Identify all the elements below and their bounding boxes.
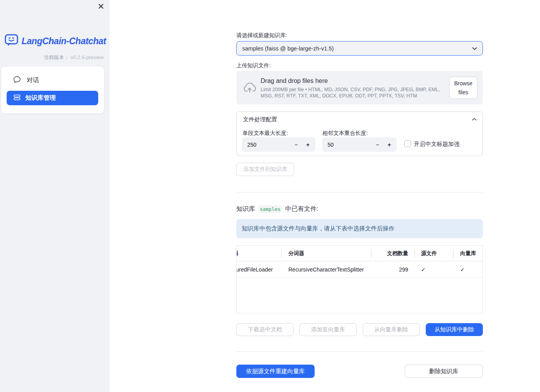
delete-from-kb-button[interactable]: 从知识库中删除	[426, 323, 483, 336]
upload-label: 上传知识文件:	[236, 62, 271, 69]
table-action-buttons: 下载选中文档 添加至向量库 从向量库删除 从知识库中删除	[236, 323, 483, 336]
download-selected-button[interactable]: 下载选中文档	[236, 323, 293, 336]
sidebar-item-dialogue[interactable]: 对话	[13, 74, 39, 87]
overlap-size-label: 相邻文本重合长度:	[322, 130, 368, 137]
browse-files-button[interactable]: Browse files	[449, 77, 477, 99]
table-header-row: 器 分词器 文档数量 源文件 向量库	[237, 246, 482, 261]
overlap-size-value: 50	[328, 142, 334, 148]
expander-header[interactable]: 文件处理配置	[237, 112, 482, 127]
kb-select-label: 请选择或新建知识库:	[236, 32, 287, 39]
file-dropzone[interactable]: Drag and drop files here Limit 200MB per…	[236, 71, 483, 104]
chunk-size-value: 250	[247, 142, 256, 148]
sidebar: LangChain-Chatchat 当前版本： v0.2.6-preview …	[0, 0, 110, 392]
overlap-size-decrement-button[interactable]: −	[372, 137, 383, 152]
sidebar-item-label: 知识库管理	[25, 94, 56, 102]
info-banner-text: 知识库中包含源文件与向量库，请从下表中选择文件后操作	[242, 225, 394, 232]
kb-selectbox-value: samples (faiss @ bge-large-zh-v1.5)	[242, 45, 334, 52]
add-to-vector-store-button[interactable]: 添加至向量库	[299, 323, 356, 336]
overlap-size-increment-button[interactable]: +	[383, 137, 395, 152]
zh-title-enhance-label: 开启中文标题加强	[414, 140, 459, 148]
delete-from-vector-store-button[interactable]: 从向量库删除	[363, 323, 420, 336]
sidebar-menu: 对话 知识库管理	[1, 67, 104, 113]
table-row[interactable]: uredFileLoader RecursiveCharacterTextSpl…	[237, 261, 482, 278]
existing-suffix: 中已有文件:	[285, 205, 318, 213]
dropzone-limit-text: Limit 200MB per file • HTML, MD, JSON, C…	[261, 86, 446, 99]
chunk-size-input[interactable]: 250 − +	[242, 137, 315, 152]
existing-prefix: 知识库	[236, 205, 255, 213]
sidebar-item-label: 对话	[27, 76, 39, 85]
zh-title-enhance-checkbox[interactable]	[404, 140, 411, 147]
chat-logo-icon	[5, 34, 18, 48]
cloud-upload-icon	[242, 82, 257, 95]
info-banner: 知识库中包含源文件与向量库，请从下表中选择文件后操作	[236, 219, 483, 238]
cell-source-file-check: ✓	[414, 266, 453, 273]
main-content: 请选择或新建知识库: samples (faiss @ bge-large-zh…	[236, 0, 483, 392]
chat-bubble-icon	[13, 76, 21, 85]
divider	[236, 351, 483, 352]
expander-title: 文件处理配置	[243, 116, 277, 123]
table-header-source-file: 源文件	[414, 250, 453, 257]
sidebar-item-knowledge-base[interactable]: 知识库管理	[7, 91, 98, 105]
dropzone-title: Drag and drop files here	[261, 77, 446, 85]
table-header-vector-store: 向量库	[453, 250, 482, 257]
version-label: 当前版本：	[44, 54, 69, 60]
dropzone-texts: Drag and drop files here Limit 200MB per…	[261, 77, 446, 99]
close-icon	[98, 3, 104, 11]
files-table: 器 分词器 文档数量 源文件 向量库 uredFileLoader Recurs…	[236, 245, 483, 313]
add-files-to-kb-button[interactable]: 添加文件到知识库	[236, 163, 294, 176]
overlap-size-input[interactable]: 50 − +	[322, 137, 397, 152]
rebuild-vector-store-button[interactable]: 依据源文件重建向量库	[236, 365, 315, 378]
table-header-splitter: 分词器	[281, 250, 371, 257]
chevron-up-icon	[471, 116, 478, 124]
version-text: 当前版本： v0.2.6-preview	[44, 54, 104, 61]
cell-vector-store-check: ✓	[453, 266, 482, 273]
divider	[236, 192, 483, 192]
sidebar-close-button[interactable]	[95, 1, 107, 13]
cell-splitter: RecursiveCharacterTextSplitter	[281, 266, 371, 273]
chunk-size-label: 单段文本最大长度:	[243, 130, 288, 137]
chunk-size-decrement-button[interactable]: −	[290, 137, 302, 152]
cell-loader: uredFileLoader	[237, 266, 281, 273]
cell-doc-count: 299	[371, 266, 414, 273]
app-title: LangChain-Chatchat	[22, 36, 106, 47]
kb-selectbox[interactable]: samples (faiss @ bge-large-zh-v1.5)	[236, 41, 483, 56]
chunk-size-increment-button[interactable]: +	[302, 137, 314, 152]
existing-files-heading: 知识库 samples 中已有文件:	[236, 205, 318, 213]
table-header-loader: 器	[237, 250, 281, 257]
file-config-expander: 文件处理配置 单段文本最大长度: 相邻文本重合长度: 250 − + 50 − …	[236, 111, 483, 156]
version-value: v0.2.6-preview	[70, 54, 104, 60]
app-logo: LangChain-Chatchat	[5, 34, 106, 48]
delete-kb-button[interactable]: 删除知识库	[405, 365, 483, 378]
chevron-down-icon	[471, 45, 479, 54]
knowledge-base-icon	[13, 94, 21, 102]
kb-name-code: samples	[258, 205, 282, 213]
table-header-doc-count: 文档数量	[371, 250, 414, 257]
